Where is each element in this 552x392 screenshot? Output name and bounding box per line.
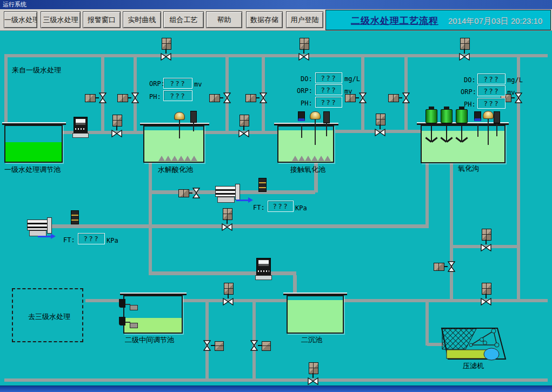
probe-rod: [477, 124, 478, 137]
probe-rod: [301, 124, 302, 138]
valve-icon[interactable]: [481, 229, 491, 251]
orp-label: ORP:: [149, 80, 165, 88]
mixer-icon[interactable]: [456, 109, 468, 123]
mixer-shaft: [446, 123, 447, 141]
menu-button-realtime-curve[interactable]: 实时曲线: [123, 11, 161, 28]
do-sensor-icon: [298, 111, 305, 121]
menu-button-tertiary-treatment[interactable]: 三级水处理: [41, 11, 81, 28]
ft-value: ???: [78, 233, 105, 244]
aerator-icon: [184, 156, 191, 161]
meter-buttons: [258, 270, 269, 272]
flow-arrow-icon: [38, 236, 51, 237]
motor-valve-icon[interactable]: [203, 340, 224, 351]
probe-rod: [488, 119, 489, 145]
valve-bowtie-icon: [298, 53, 309, 61]
probe-rod: [179, 120, 180, 138]
tank-hydrolysis-acidification: [143, 125, 204, 163]
meter-base: [255, 275, 272, 280]
valve-bowtie-icon: [222, 223, 232, 231]
window-titlebar[interactable]: 运行系统: [0, 0, 552, 9]
valve-icon[interactable]: [161, 38, 171, 61]
pump-icon[interactable]: [27, 216, 54, 238]
orp-unit: mv: [194, 81, 202, 88]
valve-icon[interactable]: [222, 208, 232, 231]
sensor-icon: [494, 111, 500, 123]
tank-label: 氧化沟: [458, 164, 479, 174]
motor-valve-icon[interactable]: [388, 92, 410, 103]
orp-unit: mv: [344, 88, 352, 95]
valve-bowtie-icon: [375, 129, 385, 136]
valve-icon[interactable]: [460, 38, 469, 61]
valve-icon[interactable]: [375, 114, 385, 136]
motor-valve-icon[interactable]: [117, 92, 139, 103]
do-value: ???: [477, 74, 506, 84]
do-value: ???: [315, 72, 342, 83]
pump-plate: [47, 217, 52, 234]
ft-unit: KPa: [295, 204, 307, 212]
valve-hourglass-icon: [260, 92, 267, 103]
valve-icon[interactable]: [308, 362, 318, 385]
orp-label: ORP:: [461, 88, 476, 96]
aerator-icon: [165, 156, 171, 161]
level-switch-box: [130, 323, 138, 328]
pipe-segment: [4, 378, 548, 382]
level-switch-icon: [119, 299, 125, 308]
aerator-icon: [158, 156, 165, 161]
valve-icon[interactable]: [299, 38, 309, 61]
valve-bowtie-icon: [481, 298, 491, 305]
datetime-display: 2014年07月03日 20:23:10: [448, 16, 542, 26]
probe-rod: [315, 119, 316, 145]
motor-valve-icon[interactable]: [250, 340, 271, 351]
menu-button-help[interactable]: 帮助: [206, 11, 242, 28]
tank-label: 水解酸化池: [158, 165, 193, 175]
sensor-icon: [190, 111, 197, 123]
motor-valve-icon[interactable]: [209, 92, 231, 103]
mixer-shaft: [431, 123, 432, 141]
menu-button-combined-process[interactable]: 组合工艺: [163, 11, 204, 28]
valve-icon[interactable]: [112, 115, 122, 137]
meter-base: [72, 133, 89, 138]
menu-button-alarm-window[interactable]: 报警窗口: [83, 11, 121, 28]
motor-valve-icon[interactable]: [85, 92, 107, 103]
ph-label: PH:: [464, 101, 476, 108]
hmi-screen: 运行系统 一级水处理 三级水处理 报警窗口 实时曲线 组合工艺 帮助 数据存储 …: [0, 0, 552, 392]
ft-unit: KPa: [107, 237, 118, 244]
filter-press-label: 压滤机: [463, 361, 484, 371]
aerator-icon: [191, 156, 197, 161]
motor-valve-icon[interactable]: [434, 261, 455, 272]
do-label: DO:: [301, 75, 312, 83]
level-probe-icon: [310, 111, 321, 119]
menu-button-data-storage[interactable]: 数据存储: [246, 11, 283, 28]
meter-icon[interactable]: [74, 117, 88, 135]
to-tertiary-label: 去三级水处理: [28, 312, 70, 322]
valve-icon[interactable]: [481, 283, 491, 305]
tank-label: 二级中间调节池: [125, 335, 174, 345]
valve-bowtie-icon: [308, 377, 318, 385]
valve-hourglass-icon: [402, 92, 410, 103]
pipe-segment: [4, 57, 8, 133]
valve-icon[interactable]: [239, 115, 249, 137]
aerator-icon: [298, 156, 305, 161]
mixer-icon[interactable]: [425, 109, 437, 123]
ph-value: ???: [163, 90, 192, 101]
ph-label: PH:: [301, 99, 312, 107]
motor-valve-icon[interactable]: [178, 188, 200, 198]
meter-icon[interactable]: [256, 258, 271, 277]
probe-rod: [193, 123, 194, 131]
menu-button-primary-treatment[interactable]: 一级水处理: [4, 11, 37, 28]
tank-primary-regulation: [4, 125, 63, 163]
page-title: 二级水处理工艺流程: [351, 15, 438, 27]
mixer-shaft: [461, 123, 462, 141]
filter-press-icon[interactable]: [440, 324, 509, 363]
motor-valve-icon[interactable]: [245, 92, 267, 103]
mixer-icon[interactable]: [441, 109, 453, 123]
do-unit: mg/L: [507, 76, 523, 84]
pipe-segment: [425, 163, 429, 228]
pump-icon[interactable]: [215, 183, 242, 204]
do-unit: mg/L: [344, 75, 360, 83]
valve-hourglass-icon: [131, 92, 139, 103]
tank-liquid: [5, 142, 62, 162]
menu-button-user-login[interactable]: 用户登陆: [286, 11, 323, 28]
orp-label: ORP:: [297, 87, 312, 95]
valve-icon[interactable]: [223, 283, 233, 305]
